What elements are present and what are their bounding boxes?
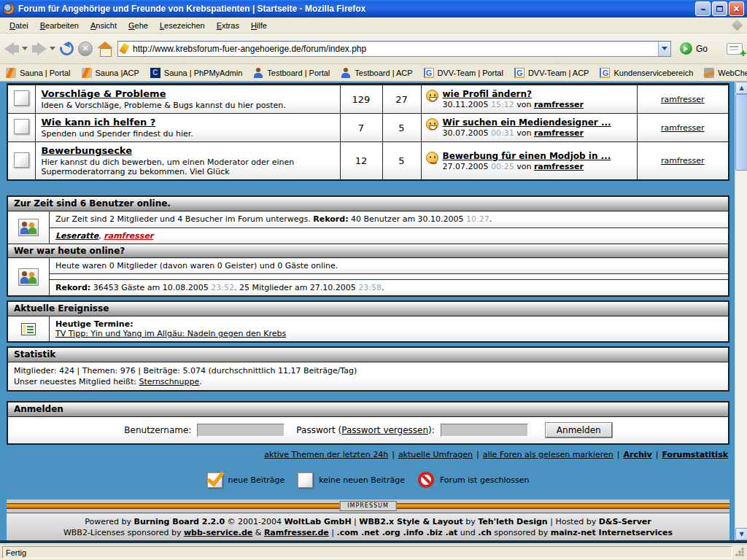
- resize-grip[interactable]: [735, 547, 745, 557]
- bookmark-sauna-portal[interactable]: Sauna | Portal: [6, 68, 71, 78]
- login-panel: Anmelden Benutzername: Passwort (Passwor…: [7, 401, 729, 445]
- impressum-button[interactable]: IMPRESSUM: [339, 501, 397, 511]
- scroll-up-icon[interactable]: ▲: [735, 82, 747, 94]
- grin-smiley-icon: [426, 90, 438, 102]
- chevron-down-icon: [662, 47, 667, 53]
- active-topics-link[interactable]: aktive Themen der letzten 24h: [264, 450, 388, 459]
- reload-icon[interactable]: [58, 39, 77, 58]
- bookmark-kundenservice[interactable]: GKundenservicebereich: [600, 68, 693, 78]
- throbber-icon: [732, 20, 743, 31]
- moderator-link[interactable]: ramfresser: [661, 95, 705, 104]
- newest-member-link[interactable]: Sternschnuppe: [139, 377, 200, 386]
- post-count: 5: [382, 142, 421, 181]
- stop-icon[interactable]: ✕: [78, 42, 93, 56]
- online-user-ramfresser[interactable]: ramfresser: [104, 231, 153, 241]
- legend-new-label: neue Beiträge: [228, 475, 285, 485]
- sauna-icon: [6, 68, 16, 78]
- online-now-panel: Zur Zeit sind 6 Benutzer online. Zur Zei…: [7, 195, 729, 297]
- url-input[interactable]: http://www.krebsforum-fuer-angehoerige.d…: [133, 44, 658, 54]
- forum-link[interactable]: Wie kann ich helfen ?: [42, 117, 156, 128]
- restore-button[interactable]: [712, 1, 727, 16]
- online-user-leseratte[interactable]: Leseratte: [55, 231, 98, 241]
- password-field[interactable]: [441, 424, 528, 437]
- new-card-icon[interactable]: [727, 43, 743, 55]
- firefox-icon: [3, 3, 15, 15]
- bookmark-webchess[interactable]: WebChess Login: [704, 68, 747, 78]
- menu-lesezeichen[interactable]: Lesezeichen: [155, 19, 210, 32]
- url-bar[interactable]: http://www.krebsforum-fuer-angehoerige.d…: [117, 41, 671, 57]
- back-dropdown-icon[interactable]: [22, 47, 28, 53]
- bookmark-testboard-portal[interactable]: Testboard | Portal: [253, 68, 330, 78]
- login-button[interactable]: Anmelden: [546, 423, 612, 438]
- forum-description: Hier kannst du dich bewerben, um einen M…: [42, 158, 295, 176]
- scrollbar-thumb[interactable]: [735, 94, 747, 171]
- events-panel: Aktuelle Ereignisse Heutige Termine: TV …: [7, 300, 729, 343]
- forum-stats-link[interactable]: Forumstatitisk: [662, 450, 729, 459]
- today-online-summary: Heute waren 0 Mitglieder (davon waren 0 …: [50, 258, 728, 274]
- events-header: Aktuelle Ereignisse: [8, 302, 728, 316]
- menu-hilfe[interactable]: Hilfe: [246, 19, 272, 32]
- menu-datei[interactable]: Datei: [4, 19, 34, 32]
- archive-link[interactable]: Archiv: [624, 450, 652, 459]
- event-link[interactable]: TV Tipp: Yin und Yang im Allgäu: Nadeln …: [55, 329, 286, 338]
- username-field[interactable]: [197, 424, 285, 437]
- last-post-title[interactable]: Wir suchen ein Mediendesigner ...: [443, 117, 611, 128]
- forgot-password-link[interactable]: Passwort vergessen: [341, 425, 428, 435]
- smile-smiley-icon: [426, 152, 438, 164]
- last-post-author[interactable]: ramfresser: [534, 162, 584, 171]
- post-count: 5: [382, 114, 421, 142]
- bookmark-dvv-portal[interactable]: GDVV-Team | Portal: [424, 68, 503, 78]
- post-count: 27: [382, 85, 421, 114]
- login-header: Anmelden: [8, 402, 728, 417]
- vertical-scrollbar[interactable]: ▲ ▼: [735, 82, 747, 540]
- moderator-link[interactable]: ramfresser: [661, 123, 705, 133]
- go-button[interactable]: Go: [676, 42, 712, 55]
- mark-read-link[interactable]: alle Foren als gelesen markieren: [483, 450, 614, 459]
- menu-extras[interactable]: Extras: [212, 19, 244, 32]
- forum-link[interactable]: Bewerbungsecke: [42, 145, 132, 156]
- bookmark-sauna-phpmyadmin[interactable]: CSauna | PhPMyAdmin: [150, 68, 242, 78]
- new-posts-icon: [207, 472, 222, 488]
- minimize-button[interactable]: –: [695, 1, 711, 16]
- close-button[interactable]: ✕: [729, 1, 744, 16]
- last-post-title[interactable]: Bewerbung für einen Modjob in ...: [443, 151, 611, 161]
- g-icon: G: [514, 68, 525, 78]
- thread-count: 12: [340, 142, 382, 181]
- forum-description: Spenden und Spender findest du hier.: [42, 129, 193, 139]
- legend-closed-label: Forum ist geschlossen: [440, 475, 529, 485]
- impressum-band: IMPRESSUM: [7, 499, 729, 513]
- bookmark-testboard-acp[interactable]: Testboard | ACP: [341, 68, 412, 78]
- users-icon: [18, 268, 39, 286]
- stats-header: Statistik: [8, 348, 728, 362]
- status-bar: Fertig: [0, 543, 747, 560]
- forward-button[interactable]: [32, 42, 55, 55]
- last-post-author[interactable]: ramfresser: [534, 100, 584, 109]
- wbb-service-link[interactable]: wbb-service.de: [184, 528, 252, 537]
- scroll-down-icon[interactable]: ▼: [735, 528, 747, 540]
- bookmark-dvv-acp[interactable]: GDVV-Team | ACP: [514, 68, 589, 78]
- forum-description: Ideen & Vorschläge, Probleme & Bugs kann…: [42, 101, 286, 110]
- menu-gehe[interactable]: Gehe: [123, 19, 153, 32]
- ramfresser-link[interactable]: Ramfresser.de: [264, 528, 329, 537]
- forum-closed-icon: [418, 472, 434, 488]
- url-dropdown-button[interactable]: [658, 42, 670, 56]
- bookmark-sauna-acp[interactable]: Sauna |ACP: [82, 68, 139, 78]
- status-text: Fertig: [2, 546, 732, 559]
- home-icon[interactable]: [97, 42, 113, 56]
- menu-ansicht[interactable]: Ansicht: [85, 19, 122, 32]
- last-post-author[interactable]: ramfresser: [534, 128, 584, 138]
- polls-link[interactable]: aktuelle Umfragen: [398, 450, 473, 459]
- no-new-posts-icon: [14, 90, 29, 106]
- menu-bearbeiten[interactable]: Bearbeiten: [35, 19, 84, 32]
- forum-row-bewerbung: Bewerbungsecke Hier kannst du dich bewer…: [7, 142, 729, 181]
- events-content: Heutige Termine: TV Tipp: Yin und Yang i…: [50, 316, 728, 341]
- stats-panel: Statistik Mitglieder: 424 | Themen: 976 …: [7, 346, 729, 392]
- moderator-link[interactable]: ramfresser: [661, 156, 705, 166]
- forward-dropdown-icon[interactable]: [50, 47, 55, 53]
- forum-link[interactable]: Vorschläge & Probleme: [42, 88, 166, 99]
- back-button[interactable]: [4, 42, 28, 55]
- quick-links: aktive Themen der letzten 24h|aktuelle U…: [7, 450, 729, 459]
- legend: neue Beiträge keine neuen Beiträge Forum…: [7, 472, 729, 488]
- spacer-row: [50, 274, 728, 280]
- last-post-title[interactable]: wie Profil ändern?: [443, 89, 532, 99]
